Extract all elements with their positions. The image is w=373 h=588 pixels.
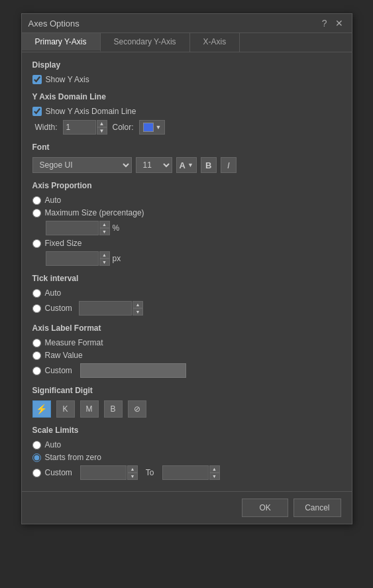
proportion-px-spinbox-buttons: ▲ ▼ bbox=[99, 251, 110, 266]
show-y-axis-label: Show Y Axis bbox=[46, 75, 89, 84]
proportion-px-down[interactable]: ▼ bbox=[99, 259, 110, 266]
sig-b-button[interactable]: B bbox=[104, 400, 123, 418]
font-color-arrow-icon: ▼ bbox=[187, 162, 193, 168]
show-y-axis-checkbox[interactable] bbox=[32, 75, 42, 84]
tick-custom-input[interactable] bbox=[79, 301, 132, 316]
scale-starts-zero-row: Starts from zero bbox=[32, 453, 341, 462]
tick-interval-section-title: Tick interval bbox=[32, 274, 341, 283]
proportion-auto-radio[interactable] bbox=[32, 196, 41, 205]
sig-k-label: K bbox=[62, 404, 68, 414]
label-raw-row: Raw Value bbox=[32, 351, 341, 360]
tab-bar: Primary Y-Axis Secondary Y-Axis X-Axis bbox=[22, 33, 352, 52]
ok-button[interactable]: OK bbox=[242, 499, 288, 517]
tick-custom-spinbox: ▲ ▼ bbox=[79, 301, 143, 316]
scale-from-up[interactable]: ▲ bbox=[127, 465, 138, 473]
label-custom-radio[interactable] bbox=[32, 367, 41, 375]
font-section-title: Font bbox=[32, 143, 341, 152]
scale-to-down[interactable]: ▼ bbox=[209, 473, 220, 480]
sig-lightning-button[interactable]: ⚡ bbox=[32, 400, 51, 418]
label-raw-radio[interactable] bbox=[32, 351, 41, 360]
domain-line-section-title: Y Axis Domain Line bbox=[32, 92, 341, 101]
scale-auto-radio[interactable] bbox=[32, 441, 41, 449]
label-measure-label: Measure Format bbox=[45, 338, 103, 347]
label-custom-label: Custom bbox=[45, 366, 72, 375]
scale-from-down[interactable]: ▼ bbox=[127, 473, 138, 480]
proportion-max-label: Maximum Size (percentage) bbox=[45, 208, 144, 217]
proportion-percent-input[interactable] bbox=[46, 221, 99, 235]
proportion-px-up[interactable]: ▲ bbox=[99, 251, 110, 259]
scale-custom-radio[interactable] bbox=[32, 469, 41, 477]
scale-custom-label: Custom bbox=[45, 468, 72, 477]
significant-digit-section-title: Significant Digit bbox=[32, 386, 341, 395]
width-spinbox: ▲ ▼ bbox=[63, 120, 107, 135]
scale-custom-from-input[interactable] bbox=[80, 465, 127, 480]
scale-custom-from-spinbox-buttons: ▲ ▼ bbox=[127, 465, 138, 480]
proportion-percent-up[interactable]: ▲ bbox=[99, 221, 110, 228]
font-size-select[interactable]: 11 10 12 14 bbox=[136, 157, 172, 173]
sig-k-button[interactable]: K bbox=[56, 400, 75, 418]
proportion-percent-down[interactable]: ▼ bbox=[99, 228, 110, 235]
dialog-title: Axes Options bbox=[28, 19, 80, 29]
font-color-button[interactable]: A ▼ bbox=[176, 157, 197, 173]
proportion-fixed-row: Fixed Size bbox=[32, 239, 341, 248]
tick-auto-row: Auto bbox=[32, 288, 341, 298]
cancel-button[interactable]: Cancel bbox=[293, 499, 341, 517]
tick-custom-radio[interactable] bbox=[32, 304, 41, 313]
show-domain-line-label: Show Y Axis Domain Line bbox=[46, 107, 136, 116]
color-picker-button[interactable]: ▼ bbox=[139, 120, 166, 135]
tick-custom-down[interactable]: ▼ bbox=[133, 308, 143, 316]
font-row: Segoe UI Arial Calibri 11 10 12 14 A ▼ B… bbox=[32, 157, 341, 173]
color-arrow-icon: ▼ bbox=[156, 124, 162, 131]
tick-auto-label: Auto bbox=[45, 288, 62, 298]
tick-custom-row: Custom ▲ ▼ bbox=[32, 301, 341, 316]
label-custom-input[interactable] bbox=[80, 363, 186, 378]
tick-auto-radio[interactable] bbox=[32, 289, 41, 298]
tab-primary-y[interactable]: Primary Y-Axis bbox=[22, 33, 101, 52]
tick-custom-up[interactable]: ▲ bbox=[133, 301, 143, 308]
scale-custom-to-input[interactable] bbox=[162, 465, 209, 480]
proportion-auto-row: Auto bbox=[32, 196, 341, 205]
proportion-px-spinbox: ▲ ▼ bbox=[46, 251, 110, 266]
scale-starts-zero-label: Starts from zero bbox=[45, 453, 101, 462]
bold-button[interactable]: B bbox=[201, 157, 217, 173]
font-color-a-icon: A bbox=[180, 160, 186, 170]
font-family-select[interactable]: Segoe UI Arial Calibri bbox=[32, 157, 132, 173]
tick-custom-spinbox-buttons: ▲ ▼ bbox=[133, 301, 143, 316]
tick-custom-label: Custom bbox=[45, 304, 72, 313]
tab-x-axis[interactable]: X-Axis bbox=[190, 33, 240, 52]
width-input[interactable] bbox=[63, 120, 96, 135]
proportion-max-radio[interactable] bbox=[32, 209, 41, 217]
proportion-auto-label: Auto bbox=[45, 196, 62, 205]
proportion-max-row: Maximum Size (percentage) bbox=[32, 208, 341, 217]
scale-custom-row: Custom ▲ ▼ To ▲ ▼ bbox=[32, 465, 341, 480]
proportion-px-input[interactable] bbox=[46, 251, 99, 266]
dialog-content: Display Show Y Axis Y Axis Domain Line S… bbox=[22, 52, 352, 491]
scale-custom-to-spinbox-buttons: ▲ ▼ bbox=[209, 465, 220, 480]
sig-b-label: B bbox=[110, 404, 115, 414]
sig-none-icon: ⊘ bbox=[134, 404, 140, 414]
sig-none-button[interactable]: ⊘ bbox=[128, 400, 146, 418]
scale-custom-to-spinbox: ▲ ▼ bbox=[162, 465, 220, 480]
tab-secondary-y[interactable]: Secondary Y-Axis bbox=[101, 33, 190, 52]
proportion-px-row: ▲ ▼ px bbox=[46, 251, 341, 266]
show-domain-line-checkbox[interactable] bbox=[32, 107, 42, 116]
close-button[interactable]: ✕ bbox=[333, 18, 345, 29]
axis-proportion-section-title: Axis Proportion bbox=[32, 181, 341, 190]
width-up-button[interactable]: ▲ bbox=[97, 120, 107, 127]
sig-m-button[interactable]: M bbox=[80, 400, 99, 418]
to-label: To bbox=[146, 468, 154, 477]
scale-auto-row: Auto bbox=[32, 440, 341, 449]
help-button[interactable]: ? bbox=[320, 18, 329, 29]
width-down-button[interactable]: ▼ bbox=[97, 127, 107, 135]
scale-to-up[interactable]: ▲ bbox=[209, 465, 220, 473]
title-bar-controls: ? ✕ bbox=[320, 18, 345, 29]
scale-auto-label: Auto bbox=[45, 440, 62, 449]
scale-limits-section-title: Scale Limits bbox=[32, 426, 341, 435]
width-spinbox-buttons: ▲ ▼ bbox=[97, 120, 107, 135]
italic-button[interactable]: I bbox=[221, 157, 237, 173]
label-measure-radio[interactable] bbox=[32, 339, 41, 347]
axis-label-format-section-title: Axis Label Format bbox=[32, 323, 341, 333]
proportion-fixed-radio[interactable] bbox=[32, 239, 41, 248]
scale-starts-zero-radio[interactable] bbox=[32, 453, 41, 462]
px-unit-label: px bbox=[113, 254, 121, 263]
